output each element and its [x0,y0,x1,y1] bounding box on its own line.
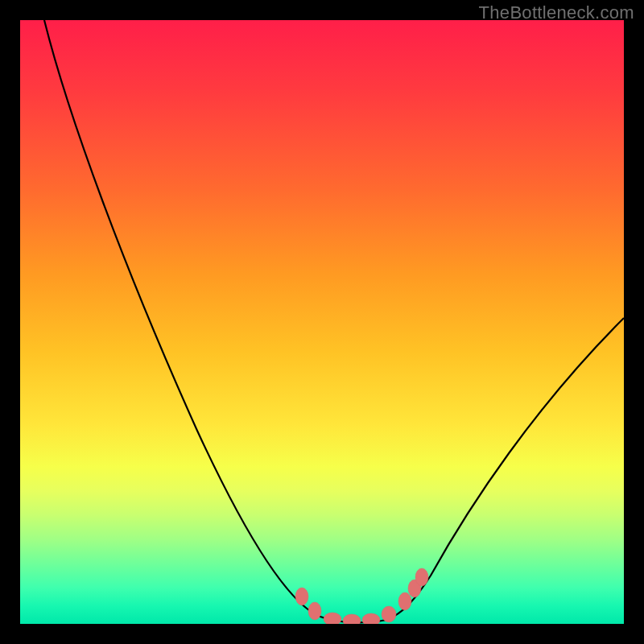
bottleneck-curve-svg [20,20,624,624]
chart-frame: TheBottleneck.com [0,0,644,644]
curve-marker [415,568,428,586]
chart-plot-area [20,20,624,624]
watermark-text: TheBottleneck.com [479,2,634,23]
curve-marker [382,606,396,622]
marker-group [295,568,428,624]
curve-marker [343,614,361,624]
curve-marker [324,613,341,624]
curve-marker [295,588,308,605]
curve-marker [362,613,380,624]
curve-marker [308,602,321,620]
bottleneck-curve-path [44,20,624,622]
curve-marker [398,592,411,610]
